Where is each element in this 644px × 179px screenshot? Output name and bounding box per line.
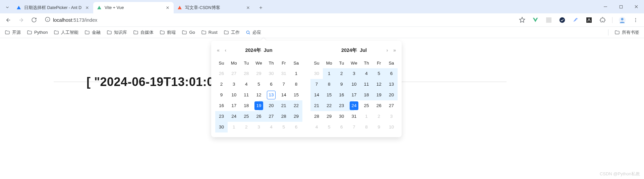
reload-button[interactable] (28, 14, 40, 26)
calendar-day-cell[interactable]: 10 (228, 90, 240, 100)
calendar-day-cell[interactable]: 25 (240, 111, 252, 122)
calendar-day-cell[interactable]: 15 (290, 90, 302, 100)
calendar-day-cell[interactable]: 5 (373, 68, 385, 79)
forward-button[interactable] (15, 14, 27, 26)
calendar-day-cell[interactable]: 13 (385, 79, 398, 90)
minimize-button[interactable] (598, 0, 613, 13)
calendar-year-label[interactable]: 2024年 (341, 47, 357, 54)
calendar-day-cell[interactable]: 9 (373, 122, 385, 132)
calendar-month-label[interactable]: Jul (360, 48, 367, 53)
calendar-day-cell[interactable]: 6 (265, 79, 278, 90)
ext-gray-icon[interactable] (545, 16, 552, 24)
tab-close-icon[interactable] (84, 5, 90, 10)
calendar-day-cell[interactable]: 24 (228, 111, 240, 122)
calendar-day-cell[interactable]: 29 (323, 111, 335, 122)
calendar-day-cell[interactable]: 8 (360, 122, 373, 132)
calendar-day-cell[interactable]: 3 (252, 122, 265, 132)
calendar-day-cell[interactable]: 4 (360, 68, 373, 79)
calendar-day-cell[interactable]: 10 (385, 122, 398, 132)
calendar-day-cell[interactable]: 31 (278, 68, 290, 79)
calendar-day-cell[interactable]: 1 (228, 122, 240, 132)
calendar-day-cell[interactable]: 20 (265, 100, 278, 111)
tab-search-button[interactable] (2, 2, 13, 13)
calendar-day-cell[interactable]: 2 (240, 122, 252, 132)
calendar-day-cell[interactable]: 28 (310, 111, 323, 122)
bookmark-star-icon[interactable] (518, 16, 526, 24)
calendar-day-cell[interactable]: 26 (252, 111, 265, 122)
extensions-icon[interactable] (599, 16, 606, 24)
calendar-day-cell[interactable]: 19 (252, 100, 265, 111)
calendar-day-cell[interactable]: 4 (240, 79, 252, 90)
next-year-button[interactable]: » (392, 48, 398, 53)
calendar-day-cell[interactable]: 29 (290, 111, 302, 122)
calendar-day-cell[interactable]: 30 (215, 122, 228, 132)
calendar-day-cell[interactable]: 4 (310, 122, 323, 132)
calendar-day-cell[interactable]: 18 (240, 100, 252, 111)
bookmark-folder[interactable]: 自媒体 (133, 29, 154, 35)
prev-year-button[interactable]: « (215, 48, 221, 53)
back-button[interactable] (3, 14, 14, 26)
calendar-day-cell[interactable]: 21 (310, 100, 323, 111)
calendar-day-cell[interactable]: 6 (385, 68, 398, 79)
calendar-day-cell[interactable]: 1 (290, 68, 302, 79)
all-bookmarks[interactable]: 所有书签 (614, 29, 639, 35)
ext-dark-icon[interactable] (585, 16, 593, 24)
ext-vue-icon[interactable] (532, 16, 539, 24)
calendar-day-cell[interactable]: 1 (323, 68, 335, 79)
calendar-day-cell[interactable]: 12 (252, 90, 265, 100)
calendar-day-cell[interactable]: 27 (228, 68, 240, 79)
calendar-day-cell[interactable]: 2 (215, 79, 228, 90)
calendar-day-cell[interactable]: 9 (215, 90, 228, 100)
maximize-button[interactable] (613, 0, 629, 13)
calendar-day-cell[interactable]: 13 (265, 90, 278, 100)
calendar-day-cell[interactable]: 9 (335, 79, 348, 90)
profile-avatar[interactable] (619, 16, 626, 24)
calendar-day-cell[interactable]: 7 (278, 79, 290, 90)
calendar-day-cell[interactable]: 17 (348, 90, 360, 100)
calendar-day-cell[interactable]: 3 (385, 111, 398, 122)
tab-close-icon[interactable] (165, 5, 170, 10)
ext-bird-icon[interactable] (572, 16, 579, 24)
calendar-day-cell[interactable]: 11 (360, 79, 373, 90)
calendar-day-cell[interactable]: 26 (215, 68, 228, 79)
calendar-day-cell[interactable]: 17 (228, 100, 240, 111)
calendar-day-cell[interactable]: 5 (323, 122, 335, 132)
calendar-day-cell[interactable]: 20 (385, 90, 398, 100)
calendar-day-cell[interactable]: 28 (240, 68, 252, 79)
calendar-day-cell[interactable]: 27 (385, 100, 398, 111)
calendar-day-cell[interactable]: 14 (278, 90, 290, 100)
calendar-day-cell[interactable]: 25 (360, 100, 373, 111)
calendar-day-cell[interactable]: 16 (335, 90, 348, 100)
bookmark-folder[interactable]: 前端 (160, 29, 176, 35)
calendar-day-cell[interactable]: 4 (265, 122, 278, 132)
calendar-day-cell[interactable]: 29 (252, 68, 265, 79)
calendar-month-label[interactable]: Jun (264, 48, 273, 53)
menu-dots-icon[interactable] (632, 16, 639, 24)
bookmark-folder[interactable]: Rust (201, 29, 218, 35)
calendar-day-cell[interactable]: 23 (215, 111, 228, 122)
calendar-day-cell[interactable]: 3 (348, 68, 360, 79)
close-window-button[interactable] (629, 0, 644, 13)
calendar-day-cell[interactable]: 10 (348, 79, 360, 90)
calendar-day-cell[interactable]: 11 (240, 90, 252, 100)
prev-month-button[interactable]: ‹ (223, 48, 229, 53)
calendar-day-cell[interactable]: 23 (335, 100, 348, 111)
url-input[interactable]: localhost:5173/index (41, 15, 517, 25)
new-tab-button[interactable] (256, 3, 266, 12)
bookmark-folder[interactable]: Python (27, 29, 48, 35)
calendar-day-cell[interactable]: 15 (323, 90, 335, 100)
calendar-day-cell[interactable]: 22 (290, 100, 302, 111)
calendar-day-cell[interactable]: 1 (360, 111, 373, 122)
browser-tab[interactable]: 写文章-CSDN博客 (174, 2, 254, 13)
calendar-day-cell[interactable]: 14 (310, 90, 323, 100)
calendar-day-cell[interactable]: 31 (348, 111, 360, 122)
bookmark-folder[interactable]: 人工智能 (54, 29, 78, 35)
calendar-day-cell[interactable]: 6 (290, 122, 302, 132)
calendar-day-cell[interactable]: 7 (348, 122, 360, 132)
site-info-icon[interactable] (45, 17, 50, 23)
tab-close-icon[interactable] (245, 5, 251, 10)
calendar-day-cell[interactable]: 24 (348, 100, 360, 111)
ext-check-icon[interactable] (559, 16, 566, 24)
calendar-day-cell[interactable]: 6 (335, 122, 348, 132)
calendar-day-cell[interactable]: 8 (323, 79, 335, 90)
